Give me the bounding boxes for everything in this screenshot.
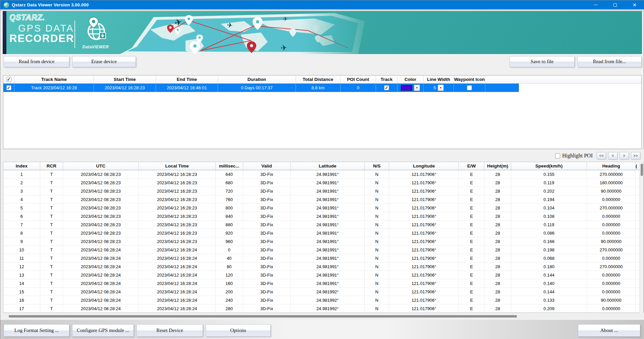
track-list: Track Name Start Time End Time Duration … (3, 75, 642, 149)
highlight-poi-label: Highlight POI (562, 153, 593, 159)
col-latitude[interactable]: Latitude (291, 162, 365, 170)
col-valid[interactable]: Valid (243, 162, 291, 170)
log-format-setting-button[interactable]: Log Format Setting ... (4, 324, 69, 337)
data-row[interactable]: 17T2023/04/12 08:28:242023/04/12 16:28:2… (3, 304, 640, 313)
poi-strip: Highlight POI << < > >> (0, 149, 644, 162)
highlight-poi-checkbox[interactable] (555, 153, 560, 158)
product-title-line2: RECORDER (9, 33, 74, 45)
col-total-distance[interactable]: Total Distance (296, 76, 340, 83)
track-name-cell: Track 2023/04/12 16:28 (14, 84, 94, 92)
next-poi-button[interactable]: > (620, 152, 629, 159)
data-row[interactable]: 15T2023/04/12 08:28:242023/04/12 16:28:2… (3, 288, 640, 296)
read-from-device-label: Read from device (19, 59, 55, 64)
data-row[interactable]: 5T2023/04/12 08:28:232023/04/12 16:28:23… (3, 204, 640, 212)
configure-gps-module-button[interactable]: Configure GPS module ... (72, 324, 134, 337)
track-row-checkbox[interactable] (6, 85, 11, 90)
col-track-name[interactable]: Track Name (14, 76, 94, 83)
col-speed[interactable]: Speed(km/h) (511, 162, 587, 170)
last-poi-button[interactable]: >> (631, 152, 640, 159)
options-label: Options (230, 328, 246, 333)
data-row[interactable]: 14T2023/04/12 08:28:242023/04/12 16:28:2… (3, 279, 640, 288)
erase-device-button[interactable]: Erase device (72, 56, 136, 67)
data-row[interactable]: 13T2023/04/12 08:28:242023/04/12 16:28:2… (3, 271, 640, 279)
gps-data-grid: Index RCR UTC Local Time millisec... Val… (3, 162, 640, 313)
data-row[interactable]: 16T2023/04/12 08:28:242023/04/12 16:28:2… (3, 296, 640, 304)
col-poi-count[interactable]: POI Count (340, 76, 376, 83)
col-rcr[interactable]: RCR (40, 162, 63, 170)
data-row[interactable]: 3T2023/04/12 08:28:232023/04/12 16:28:23… (3, 187, 640, 195)
options-button[interactable]: Options (206, 324, 271, 337)
line-width-dropdown-button[interactable] (438, 85, 444, 91)
line-width-cell: 5 (424, 84, 454, 92)
read-from-device-button[interactable]: Read from device (4, 56, 69, 67)
col-heading[interactable]: Heading (587, 162, 636, 170)
prev-poi-button[interactable]: < (608, 152, 618, 159)
col-waypoint-icon[interactable]: Waypoint Icon (454, 76, 485, 83)
col-line-width[interactable]: Line Width (424, 76, 454, 83)
color-cell (397, 84, 424, 92)
data-grid-header: Index RCR UTC Local Time millisec... Val… (3, 162, 640, 170)
reset-device-label: Reset Device (156, 328, 183, 333)
col-ew[interactable]: E/W (459, 162, 484, 170)
restore-icon (613, 3, 617, 7)
about-button[interactable]: About ... (578, 324, 640, 337)
brand-logo-text: QSTARZ. (9, 13, 74, 22)
data-row[interactable]: 11T2023/04/12 08:28:242023/04/12 16:28:2… (3, 254, 640, 262)
start-time-cell: 2023/04/12 16:28:23 (94, 84, 156, 92)
save-to-file-label: Save to file (531, 59, 553, 64)
col-duration[interactable]: Duration (218, 76, 296, 83)
close-icon: ✕ (633, 2, 637, 8)
data-row[interactable]: 6T2023/04/12 08:28:232023/04/12 16:28:23… (3, 212, 640, 221)
data-row[interactable]: 9T2023/04/12 08:28:232023/04/12 16:28:23… (3, 237, 640, 246)
col-local-time[interactable]: Local Time (139, 162, 216, 170)
track-color-swatch[interactable] (401, 85, 412, 91)
col-end-time[interactable]: End Time (156, 76, 218, 83)
qstarz-data-viewer-window: Qstarz Data Viewer Version 3.00.000 ✕ QS… (0, 0, 644, 339)
track-row[interactable]: Track 2023/04/12 16:28 2023/04/12 16:28:… (3, 84, 519, 92)
data-row[interactable]: 1T2023/04/12 08:28:232023/04/12 16:28:23… (3, 170, 640, 179)
qstarz-logo: QSTARZ. GPS DATA RECORDER (9, 13, 74, 45)
world-map-graphic: ✈ ✈ ✈ ✈ (100, 11, 378, 54)
select-all-cell (3, 76, 14, 83)
col-start-time[interactable]: Start Time (94, 76, 156, 83)
col-index[interactable]: Index (3, 162, 40, 170)
col-track[interactable]: Track (376, 76, 397, 83)
minimize-icon (594, 5, 598, 5)
reset-device-button[interactable]: Reset Device (137, 324, 203, 337)
end-time-cell: 2023/04/12 16:46:01 (156, 84, 218, 92)
horizontal-scrollbar[interactable] (0, 313, 644, 320)
banner: QSTARZ. GPS DATA RECORDER DataVIEWER (3, 11, 642, 54)
col-height[interactable]: Height(m) (484, 162, 511, 170)
horizontal-scrollbar-thumb[interactable] (9, 315, 517, 318)
waypoint-icon-checkbox[interactable] (467, 85, 472, 90)
data-row[interactable]: 7T2023/04/12 08:28:232023/04/12 16:28:23… (3, 221, 640, 229)
vertical-scrollbar[interactable] (639, 162, 644, 313)
col-millisec[interactable]: millisec... (216, 162, 243, 170)
configure-gps-module-label: Configure GPS module ... (77, 328, 129, 333)
select-all-checkbox[interactable] (6, 77, 11, 82)
close-button[interactable]: ✕ (625, 0, 644, 9)
first-poi-button[interactable]: << (597, 152, 606, 159)
data-row[interactable]: 2T2023/04/12 08:28:232023/04/12 16:28:23… (3, 179, 640, 187)
vertical-scrollbar-thumb[interactable] (641, 164, 643, 176)
col-longitude[interactable]: Longitude (389, 162, 459, 170)
duration-cell: 0 Days 00:17:37 (218, 84, 296, 92)
col-color[interactable]: Color (397, 76, 424, 83)
app-globe-icon (4, 2, 9, 8)
save-to-file-button[interactable]: Save to file (509, 56, 575, 67)
restore-button[interactable] (605, 0, 625, 9)
read-from-file-button[interactable]: Read from file... (577, 56, 642, 67)
color-dropdown-button[interactable] (414, 85, 420, 91)
read-from-file-label: Read from file... (593, 59, 626, 64)
data-row[interactable]: 8T2023/04/12 08:28:232023/04/12 16:28:23… (3, 229, 640, 237)
track-visible-checkbox[interactable] (384, 85, 389, 90)
svg-text:✈: ✈ (280, 43, 287, 52)
logo-divider (74, 20, 75, 48)
data-row[interactable]: 10T2023/04/12 08:28:242023/04/12 16:28:2… (3, 246, 640, 254)
data-row[interactable]: 4T2023/04/12 08:28:232023/04/12 16:28:23… (3, 195, 640, 204)
col-utc[interactable]: UTC (63, 162, 139, 170)
col-ns[interactable]: N/S (365, 162, 389, 170)
minimize-button[interactable] (586, 0, 605, 9)
titlebar: Qstarz Data Viewer Version 3.00.000 ✕ (0, 0, 644, 9)
data-row[interactable]: 12T2023/04/12 08:28:242023/04/12 16:28:2… (3, 262, 640, 271)
